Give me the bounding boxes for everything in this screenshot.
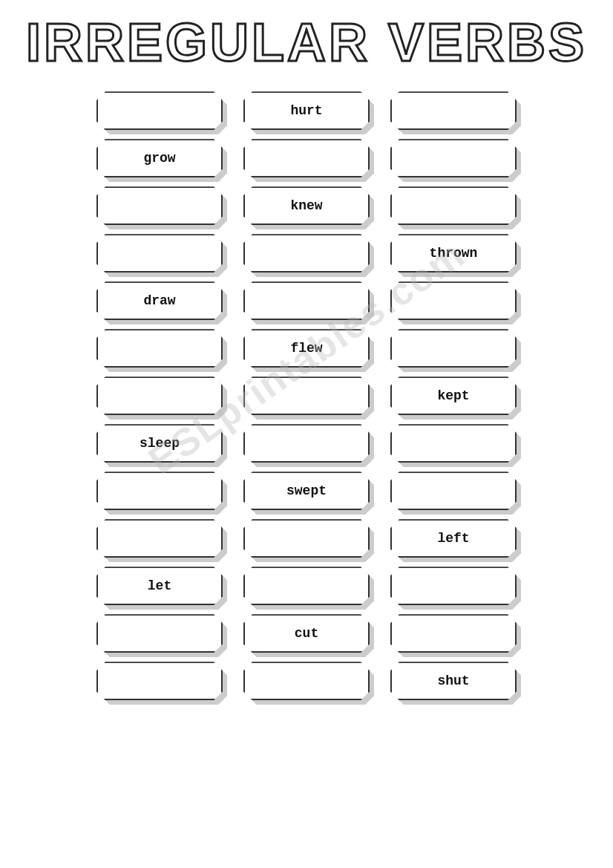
table-row[interactable] bbox=[96, 91, 223, 130]
verb-grid: hurtgrowknewthrowndrawflewkeptsleepswept… bbox=[96, 91, 517, 700]
table-row[interactable] bbox=[390, 471, 517, 510]
table-row[interactable] bbox=[390, 139, 517, 177]
cell-text: draw bbox=[96, 281, 223, 320]
table-row[interactable]: hurt bbox=[243, 91, 370, 130]
cell-text bbox=[243, 139, 370, 177]
cell-text: flew bbox=[243, 329, 370, 368]
cell-text bbox=[390, 567, 517, 605]
table-row[interactable] bbox=[243, 376, 370, 415]
cell-text bbox=[96, 662, 223, 700]
cell-text bbox=[243, 376, 370, 415]
table-row[interactable] bbox=[243, 234, 370, 273]
cell-text: hurt bbox=[243, 91, 370, 130]
cell-text bbox=[243, 281, 370, 320]
table-row[interactable] bbox=[390, 329, 517, 368]
table-row[interactable] bbox=[96, 376, 223, 415]
cell-text: grow bbox=[96, 139, 223, 177]
cell-text bbox=[96, 234, 223, 273]
table-row[interactable] bbox=[96, 471, 223, 510]
table-row[interactable] bbox=[96, 234, 223, 273]
table-row[interactable] bbox=[96, 614, 223, 653]
cell-text bbox=[96, 376, 223, 415]
cell-text: let bbox=[96, 567, 223, 605]
cell-text bbox=[390, 424, 517, 463]
cell-text bbox=[243, 424, 370, 463]
cell-text bbox=[390, 614, 517, 653]
cell-text bbox=[96, 329, 223, 368]
cell-text: knew bbox=[243, 186, 370, 225]
table-row[interactable] bbox=[390, 281, 517, 320]
table-row[interactable] bbox=[243, 662, 370, 700]
page-wrapper: ESLprintables.com IRREGULAR VERBS hurtgr… bbox=[0, 13, 613, 700]
table-row[interactable] bbox=[243, 139, 370, 177]
cell-text: sleep bbox=[96, 424, 223, 463]
cell-text bbox=[96, 91, 223, 130]
table-row[interactable] bbox=[243, 519, 370, 558]
cell-text bbox=[96, 519, 223, 558]
cell-text bbox=[390, 186, 517, 225]
page-title: IRREGULAR VERBS bbox=[26, 13, 587, 72]
table-row[interactable] bbox=[390, 91, 517, 130]
table-row[interactable]: swept bbox=[243, 471, 370, 510]
table-row[interactable]: let bbox=[96, 567, 223, 605]
table-row[interactable] bbox=[96, 662, 223, 700]
cell-text bbox=[96, 614, 223, 653]
cell-text bbox=[390, 139, 517, 177]
table-row[interactable] bbox=[390, 424, 517, 463]
table-row[interactable]: shut bbox=[390, 662, 517, 700]
table-row[interactable]: draw bbox=[96, 281, 223, 320]
table-row[interactable] bbox=[96, 519, 223, 558]
table-row[interactable] bbox=[243, 281, 370, 320]
cell-text bbox=[96, 471, 223, 510]
table-row[interactable]: flew bbox=[243, 329, 370, 368]
table-row[interactable]: cut bbox=[243, 614, 370, 653]
table-row[interactable]: left bbox=[390, 519, 517, 558]
table-row[interactable] bbox=[243, 424, 370, 463]
table-row[interactable]: thrown bbox=[390, 234, 517, 273]
cell-text bbox=[96, 186, 223, 225]
cell-text bbox=[243, 234, 370, 273]
cell-text bbox=[390, 91, 517, 130]
cell-text: left bbox=[390, 519, 517, 558]
table-row[interactable] bbox=[390, 567, 517, 605]
cell-text bbox=[243, 662, 370, 700]
cell-text: cut bbox=[243, 614, 370, 653]
cell-text bbox=[390, 281, 517, 320]
cell-text bbox=[243, 519, 370, 558]
cell-text: swept bbox=[243, 471, 370, 510]
table-row[interactable]: knew bbox=[243, 186, 370, 225]
cell-text bbox=[390, 471, 517, 510]
table-row[interactable]: grow bbox=[96, 139, 223, 177]
cell-text: thrown bbox=[390, 234, 517, 273]
table-row[interactable] bbox=[243, 567, 370, 605]
cell-text: kept bbox=[390, 376, 517, 415]
table-row[interactable]: sleep bbox=[96, 424, 223, 463]
table-row[interactable] bbox=[390, 614, 517, 653]
table-row[interactable] bbox=[96, 186, 223, 225]
table-row[interactable] bbox=[390, 186, 517, 225]
table-row[interactable]: kept bbox=[390, 376, 517, 415]
cell-text bbox=[243, 567, 370, 605]
cell-text bbox=[390, 329, 517, 368]
table-row[interactable] bbox=[96, 329, 223, 368]
cell-text: shut bbox=[390, 662, 517, 700]
